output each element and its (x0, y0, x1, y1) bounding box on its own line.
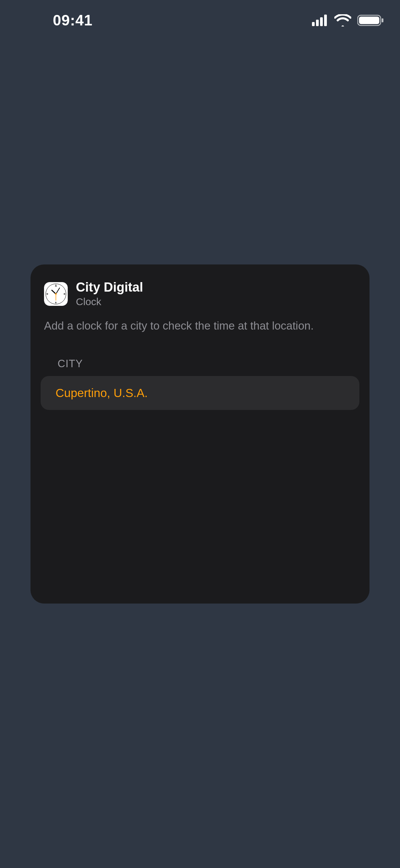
svg-rect-5 (359, 17, 379, 24)
cellular-icon (312, 15, 328, 26)
widget-config-card: 12 3 6 9 City Digital Clock Add a clock … (30, 264, 370, 604)
city-picker-row[interactable]: Cupertino, U.S.A. (41, 376, 359, 410)
svg-rect-2 (320, 17, 323, 26)
city-section-label: CITY (30, 333, 370, 374)
svg-rect-0 (312, 22, 315, 26)
widget-source-app: Clock (76, 296, 143, 308)
battery-icon (357, 14, 384, 26)
svg-text:12: 12 (55, 285, 57, 287)
status-time: 09:41 (19, 12, 93, 29)
widget-title: City Digital (76, 280, 143, 295)
card-title-block: City Digital Clock (76, 280, 143, 308)
svg-point-20 (55, 293, 57, 295)
card-header: 12 3 6 9 City Digital Clock (30, 280, 370, 308)
wifi-icon (334, 14, 351, 26)
svg-rect-3 (324, 15, 327, 26)
clock-app-icon: 12 3 6 9 (44, 282, 68, 306)
city-picker-value: Cupertino, U.S.A. (56, 386, 148, 400)
svg-rect-1 (316, 20, 319, 26)
status-bar: 09:41 (0, 0, 400, 41)
svg-rect-6 (382, 18, 383, 22)
status-icons (312, 14, 384, 26)
widget-description: Add a clock for a city to check the time… (30, 308, 370, 333)
